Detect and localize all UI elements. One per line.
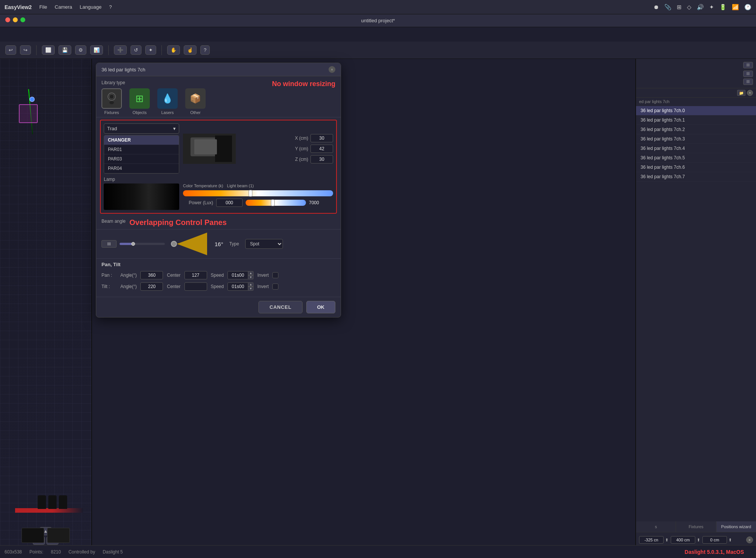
pan-center-input[interactable] <box>184 271 207 279</box>
close-panel-btn[interactable]: × <box>747 90 753 96</box>
lib-icon-objects[interactable]: ⊞ Objects <box>129 88 150 115</box>
rp-slider-1[interactable]: III <box>743 62 753 68</box>
fixture-item-changer[interactable]: CHANGER <box>104 136 179 145</box>
pan-speed-up[interactable]: ▲ <box>248 271 254 275</box>
help-btn[interactable]: ? <box>200 45 210 55</box>
no-resize-warning: No window resizing <box>272 80 335 88</box>
beam-controls: III <box>101 233 335 255</box>
tilt-invert-checkbox[interactable] <box>272 284 278 290</box>
pos-x-input[interactable] <box>639 536 664 544</box>
tilt-speed-down[interactable]: ▼ <box>248 287 254 291</box>
fixture-item-par01[interactable]: PAR01 <box>104 145 179 154</box>
pan-angle-input[interactable] <box>140 271 163 279</box>
refresh-btn[interactable]: ↺ <box>131 45 141 55</box>
pos-close-btn[interactable]: × <box>746 536 753 543</box>
minimize-window-btn[interactable] <box>13 17 18 22</box>
bluetooth-icon: ✦ <box>709 4 714 11</box>
color-temp-slider[interactable] <box>183 190 333 196</box>
cancel-button[interactable]: CANCEL <box>258 301 302 313</box>
fixture-right-item-7[interactable]: 36 led par lights 7ch.7 <box>636 172 756 182</box>
pan-label: Pan : <box>101 273 117 278</box>
fixture-right-item-5[interactable]: 36 led par lights 7ch.5 <box>636 153 756 163</box>
pos-x-spinner-up: ⬆ <box>665 538 668 543</box>
tilt-angle-input[interactable] <box>140 282 163 291</box>
dialog-close-btn[interactable]: × <box>329 66 335 73</box>
toolbar: ↩ ↪ ⬜ 💾 ⚙ 📊 ➕ ↺ ✦ ✋ ☝ ? <box>0 42 756 59</box>
star-btn[interactable]: ✦ <box>145 45 156 55</box>
tilt-speed-spinner[interactable]: ▲ ▼ <box>227 282 254 291</box>
redo-btn[interactable]: ↪ <box>20 45 31 55</box>
beam-slider[interactable] <box>120 243 165 245</box>
tilt-speed-up[interactable]: ▲ <box>248 282 254 287</box>
lib-icon-other[interactable]: 📦 Other <box>185 88 206 115</box>
power-slider[interactable] <box>246 200 306 206</box>
tilt-center-label: Center <box>167 284 180 289</box>
traffic-lights <box>5 17 25 22</box>
fixture-right-item-3[interactable]: 36 led par lights 7ch.3 <box>636 134 756 144</box>
power-thumb <box>271 199 275 206</box>
rp-slider-2[interactable]: III <box>743 71 753 77</box>
maximize-window-btn[interactable] <box>20 17 25 22</box>
tab-positions-wizard[interactable]: Positions wizard <box>716 521 756 532</box>
folder-icon[interactable]: 📁 <box>737 90 745 96</box>
power-input[interactable] <box>216 199 243 207</box>
lib-icon-fixtures[interactable]: Fixtures <box>101 88 122 115</box>
tilt-center-input[interactable] <box>184 282 207 291</box>
save-btn[interactable]: 💾 <box>58 45 71 55</box>
fixture-right-item-4[interactable]: 36 led par lights 7ch.4 <box>636 144 756 153</box>
move2-btn[interactable]: ☝ <box>184 45 197 55</box>
pos-z-input[interactable] <box>702 536 727 544</box>
pan-speed-down[interactable]: ▼ <box>248 275 254 279</box>
wifi-icon: 📶 <box>732 4 739 11</box>
fixture-right-item-2[interactable]: 36 led par lights 7ch.2 <box>636 125 756 134</box>
fixture-item-par03[interactable]: PAR03 <box>104 154 179 164</box>
lib-icon-lasers[interactable]: 💧 Lasers <box>157 88 178 115</box>
color-temp-thumb <box>249 190 252 197</box>
pan-speed-input[interactable] <box>227 271 248 279</box>
menu-help[interactable]: ? <box>109 4 112 10</box>
close-window-btn[interactable] <box>5 17 10 22</box>
beam-type-select[interactable]: Spot Wash Beam <box>245 239 283 249</box>
viewport-grid <box>0 59 91 558</box>
y-input[interactable] <box>310 145 333 153</box>
tilt-speed-input[interactable] <box>227 282 248 291</box>
overlap-warning-text: Overlapping Control Panes <box>129 218 227 227</box>
center-panel: 36 led par lights 7ch × Library type <box>92 59 635 558</box>
undo-btn[interactable]: ↩ <box>5 45 16 55</box>
z-label: Z (cm) <box>286 157 308 162</box>
fixture-right-item-1[interactable]: 36 led par lights 7ch.1 <box>636 116 756 125</box>
menu-camera[interactable]: Camera <box>55 4 72 10</box>
pan-speed-spinner[interactable]: ▲ ▼ <box>227 271 254 279</box>
menu-language[interactable]: Language <box>80 4 101 10</box>
move-btn[interactable]: ✋ <box>167 45 180 55</box>
status-points-label: Points: <box>29 549 43 555</box>
fixture-right-item-0[interactable]: 36 led par lights 7ch.0 <box>636 106 756 116</box>
right-panel-controls: III III III <box>636 59 756 88</box>
z-input[interactable] <box>310 155 333 163</box>
add-fix-btn[interactable]: ➕ <box>114 45 127 55</box>
power-value: 7000 <box>309 200 319 205</box>
settings-btn[interactable]: ⚙ <box>75 45 86 55</box>
tab-fixtures[interactable]: Fixtures <box>676 521 716 532</box>
view3d-btn[interactable]: ⬜ <box>42 45 55 55</box>
menu-file[interactable]: File <box>39 4 47 10</box>
tab-s[interactable]: s <box>636 521 676 532</box>
lamp-preview <box>104 183 179 210</box>
pan-invert-checkbox[interactable] <box>272 272 278 278</box>
fixture-list: CHANGER PAR01 PAR03 PAR04 <box>104 135 179 174</box>
vp-box-purple <box>19 104 38 123</box>
sep1 <box>36 45 37 55</box>
menubar: EasyView2 File Camera Language ? ⏺ 📎 ⊞ ◇… <box>0 0 756 14</box>
rp-slider-3[interactable]: III <box>743 79 753 85</box>
pos-y-input[interactable] <box>671 536 695 544</box>
library-type-label: Library type <box>101 80 206 85</box>
fixture-right-item-6[interactable]: 36 led par lights 7ch.6 <box>636 163 756 172</box>
stats-btn[interactable]: 📊 <box>90 45 103 55</box>
z-row: Z (cm) <box>286 155 333 163</box>
viewport[interactable]: ▲ ◀ ▶ ▼ <box>0 59 92 558</box>
x-input[interactable] <box>310 134 333 142</box>
ok-button[interactable]: OK <box>306 301 336 313</box>
trad-dropdown[interactable]: Trad ▾ <box>104 123 179 134</box>
fixture-item-par04[interactable]: PAR04 <box>104 164 179 173</box>
fixture-list-right[interactable]: 36 led par lights 7ch.0 36 led par light… <box>636 105 756 521</box>
